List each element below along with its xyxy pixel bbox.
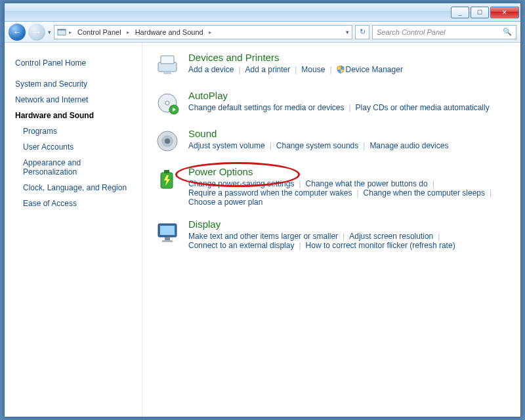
navbar: ← → ▾ ▸ Control Panel ▸ Hardware and Sou… — [5, 22, 520, 43]
section-links: Change power-saving settings|Change what… — [188, 179, 509, 207]
close-button[interactable]: ✕ — [490, 7, 519, 18]
section-heading[interactable]: Sound — [188, 128, 448, 139]
svg-rect-18 — [162, 240, 173, 242]
breadcrumb-sep-icon: ▸ — [127, 29, 130, 35]
link-divider: | — [490, 188, 492, 198]
task-link[interactable]: Play CDs or other media automatically — [356, 103, 490, 112]
task-link[interactable]: Adjust screen resolution — [349, 232, 433, 241]
breadcrumb-root[interactable]: Control Panel — [75, 28, 124, 36]
link-divider: | — [295, 65, 297, 74]
section-autoplay: AutoPlayChange default settings for medi… — [154, 90, 509, 116]
link-divider: | — [363, 141, 365, 150]
content: Devices and PrintersAdd a device|Add a p… — [142, 43, 520, 417]
section-sound: SoundAdjust system volume|Change system … — [154, 128, 509, 154]
sidebar: Control Panel HomeSystem and SecurityNet… — [5, 43, 142, 417]
section-devices-and-printers: Devices and PrintersAdd a device|Add a p… — [154, 52, 509, 78]
shield-icon — [337, 66, 345, 74]
breadcrumb-current[interactable]: Hardware and Sound — [133, 28, 206, 36]
task-link[interactable]: Change when the computer sleeps — [364, 188, 485, 198]
link-divider: | — [343, 232, 345, 241]
titlebar: _ ☐ ✕ — [5, 3, 520, 22]
task-link[interactable]: Connect to an external display — [188, 241, 294, 250]
breadcrumb-sep-icon: ▸ — [69, 29, 72, 35]
task-link[interactable]: Adjust system volume — [188, 141, 265, 150]
back-button[interactable]: ← — [9, 24, 26, 41]
task-link[interactable]: Manage audio devices — [369, 141, 448, 150]
maximize-button[interactable]: ☐ — [471, 7, 489, 18]
task-link[interactable]: Change default settings for media or dev… — [188, 103, 344, 112]
link-divider: | — [299, 241, 301, 250]
sidebar-item-programs[interactable]: Programs — [14, 124, 136, 138]
svg-rect-1 — [58, 29, 66, 30]
sidebar-item-hardware-and-sound[interactable]: Hardware and Sound — [14, 108, 136, 123]
display-icon — [154, 219, 180, 245]
section-power-options: Power OptionsChange power-saving setting… — [154, 166, 509, 207]
sidebar-item-system-and-security[interactable]: System and Security — [14, 77, 136, 91]
sidebar-item-user-accounts[interactable]: User Accounts — [14, 140, 136, 154]
task-link[interactable]: Add a device — [188, 65, 234, 74]
section-heading[interactable]: Display — [188, 219, 509, 230]
sidebar-home[interactable]: Control Panel Home — [14, 56, 136, 70]
body: Control Panel HomeSystem and SecurityNet… — [5, 43, 520, 417]
power-options-icon — [154, 166, 180, 192]
section-links: Change default settings for media or dev… — [188, 103, 490, 112]
section-links: Adjust system volume|Change system sound… — [188, 141, 448, 150]
section-links: Add a device|Add a printer|Mouse|Device … — [188, 65, 403, 74]
task-link[interactable]: Mouse — [301, 65, 325, 74]
svg-rect-13 — [164, 170, 169, 173]
address-dropdown-icon[interactable]: ▾ — [346, 29, 349, 35]
task-link[interactable]: Device Manager — [337, 65, 403, 74]
sound-icon — [154, 128, 180, 154]
search-icon: 🔍 — [503, 28, 512, 36]
task-link[interactable]: Require a password when the computer wak… — [188, 188, 352, 198]
task-link[interactable]: Change system sounds — [276, 141, 358, 150]
autoplay-icon — [154, 90, 180, 116]
forward-button[interactable]: → — [28, 24, 45, 41]
sidebar-item-appearance-and-personalization[interactable]: Appearance and Personalization — [14, 156, 136, 179]
section-display: DisplayMake text and other items larger … — [154, 219, 509, 250]
task-link[interactable]: Choose a power plan — [188, 198, 262, 207]
task-link[interactable]: How to correct monitor flicker (refresh … — [306, 241, 455, 250]
link-divider: | — [329, 65, 331, 74]
section-heading[interactable]: Power Options — [188, 166, 509, 177]
sidebar-item-clock-language-and-region[interactable]: Clock, Language, and Region — [14, 180, 136, 195]
refresh-button[interactable]: ↻ — [355, 25, 369, 39]
task-link[interactable]: Change what the power buttons do — [306, 179, 428, 188]
svg-point-6 — [165, 101, 169, 105]
task-link[interactable]: Add a printer — [245, 65, 291, 74]
search-placeholder: Search Control Panel — [377, 28, 446, 36]
link-divider: | — [348, 103, 350, 112]
link-divider: | — [356, 188, 358, 198]
minimize-button[interactable]: _ — [451, 7, 469, 18]
section-heading[interactable]: Devices and Printers — [188, 52, 403, 63]
search-input[interactable]: Search Control Panel 🔍 — [372, 25, 516, 39]
sidebar-item-network-and-internet[interactable]: Network and Internet — [14, 93, 136, 107]
link-divider: | — [270, 141, 272, 150]
section-heading[interactable]: AutoPlay — [188, 90, 490, 101]
section-links: Make text and other items larger or smal… — [188, 232, 509, 250]
svg-rect-17 — [165, 237, 170, 240]
devices-and-printers-icon — [154, 52, 180, 78]
task-link[interactable]: Change power-saving settings — [188, 179, 294, 188]
link-divider: | — [432, 179, 434, 188]
svg-point-11 — [165, 138, 170, 144]
svg-rect-3 — [161, 56, 174, 64]
link-divider: | — [299, 179, 301, 188]
control-panel-window: _ ☐ ✕ ← → ▾ ▸ Control Panel ▸ Hardware a… — [4, 3, 521, 417]
task-link[interactable]: Make text and other items larger or smal… — [188, 232, 338, 241]
svg-rect-16 — [160, 226, 175, 235]
link-divider: | — [238, 65, 240, 74]
breadcrumb-sep-icon: ▸ — [209, 29, 212, 35]
location-icon — [57, 28, 66, 37]
svg-rect-4 — [163, 72, 171, 74]
address-bar[interactable]: ▸ Control Panel ▸ Hardware and Sound ▸ ▾ — [54, 25, 352, 39]
history-dropdown-icon[interactable]: ▾ — [48, 29, 51, 35]
link-divider: | — [438, 232, 440, 241]
sidebar-item-ease-of-access[interactable]: Ease of Access — [14, 196, 136, 211]
